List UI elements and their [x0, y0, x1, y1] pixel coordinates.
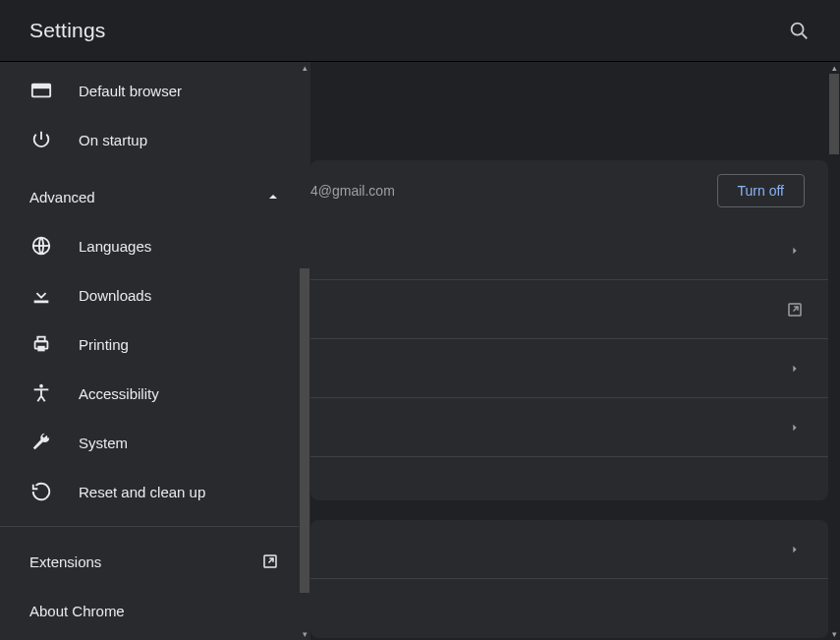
sidebar-item-extensions[interactable]: Extensions	[0, 537, 299, 586]
wrench-icon	[29, 431, 53, 454]
sidebar-item-label: Accessibility	[79, 385, 279, 402]
svg-rect-7	[37, 337, 44, 342]
external-link-icon	[785, 300, 805, 320]
sidebar-item-label: Downloads	[79, 287, 279, 304]
main-scrollbar[interactable]: ▴ ▾	[828, 62, 840, 640]
sidebar-scrollbar[interactable]: ▴ ▾	[299, 62, 310, 640]
sync-email: 4@gmail.com	[310, 183, 717, 199]
main: 4@gmail.com Turn off	[310, 62, 840, 640]
svg-line-1	[802, 33, 807, 38]
sidebar-item-label: Default browser	[79, 83, 279, 99]
scroll-down-icon[interactable]: ▾	[828, 628, 840, 640]
sidebar-item-system[interactable]: System	[0, 418, 299, 467]
sidebar-bottom: Extensions About Chrome	[0, 526, 299, 635]
settings-row[interactable]	[310, 221, 828, 280]
page-title: Settings	[29, 19, 105, 42]
chevron-up-icon	[267, 191, 279, 203]
download-icon	[29, 283, 53, 307]
sidebar: Default browser On startup Advanced	[0, 62, 310, 640]
power-icon	[29, 128, 53, 151]
search-button[interactable]	[787, 19, 811, 42]
turn-off-button[interactable]: Turn off	[717, 174, 805, 207]
svg-rect-3	[32, 85, 50, 89]
sidebar-item-default-browser[interactable]: Default browser	[0, 66, 299, 115]
sidebar-item-label: Reset and clean up	[79, 484, 279, 500]
search-icon	[788, 20, 810, 41]
svg-rect-5	[34, 301, 49, 304]
sidebar-section-label: Advanced	[29, 189, 267, 205]
spacer	[310, 457, 828, 500]
accessibility-icon	[29, 381, 53, 405]
sidebar-item-label: Printing	[79, 336, 279, 353]
sidebar-item-about[interactable]: About Chrome	[0, 586, 299, 635]
printer-icon	[29, 332, 53, 356]
scroll-down-icon[interactable]: ▾	[299, 628, 310, 640]
sidebar-section-advanced[interactable]: Advanced	[0, 172, 299, 221]
svg-rect-8	[37, 346, 44, 352]
globe-icon	[29, 234, 53, 258]
scrollbar-thumb[interactable]	[829, 74, 839, 154]
sidebar-item-label: About Chrome	[29, 603, 279, 619]
browser-icon	[29, 79, 53, 102]
settings-row[interactable]	[310, 339, 828, 398]
sidebar-item-printing[interactable]: Printing	[0, 320, 299, 369]
external-link-icon	[261, 553, 279, 570]
settings-card	[310, 520, 828, 638]
sidebar-item-languages[interactable]: Languages	[0, 221, 299, 270]
sidebar-item-label: System	[79, 435, 279, 451]
sync-card: 4@gmail.com Turn off	[310, 160, 828, 500]
settings-row[interactable]	[310, 280, 828, 339]
sidebar-list: Default browser On startup Advanced	[0, 62, 299, 640]
chevron-right-icon	[785, 418, 805, 437]
sidebar-item-label: Extensions	[29, 553, 261, 570]
main-content: 4@gmail.com Turn off	[310, 62, 828, 640]
sidebar-item-on-startup[interactable]: On startup	[0, 115, 299, 164]
settings-row[interactable]	[310, 398, 828, 457]
body: Default browser On startup Advanced	[0, 61, 840, 640]
sidebar-item-reset[interactable]: Reset and clean up	[0, 467, 299, 516]
sidebar-item-downloads[interactable]: Downloads	[0, 270, 299, 320]
sync-row: 4@gmail.com Turn off	[310, 160, 828, 221]
scroll-up-icon[interactable]: ▴	[828, 62, 840, 74]
chevron-right-icon	[785, 540, 805, 559]
settings-row[interactable]	[310, 579, 828, 638]
chevron-right-icon	[785, 359, 805, 378]
svg-point-0	[792, 24, 804, 35]
topbar: Settings	[0, 0, 840, 61]
chevron-right-icon	[785, 241, 805, 261]
scroll-up-icon[interactable]: ▴	[299, 62, 310, 74]
sidebar-item-accessibility[interactable]: Accessibility	[0, 369, 299, 418]
sidebar-item-label: On startup	[79, 132, 279, 148]
restore-icon	[29, 480, 53, 503]
svg-point-9	[39, 384, 43, 388]
sidebar-item-label: Languages	[79, 238, 279, 255]
scrollbar-thumb[interactable]	[300, 268, 309, 593]
settings-row[interactable]	[310, 520, 828, 579]
